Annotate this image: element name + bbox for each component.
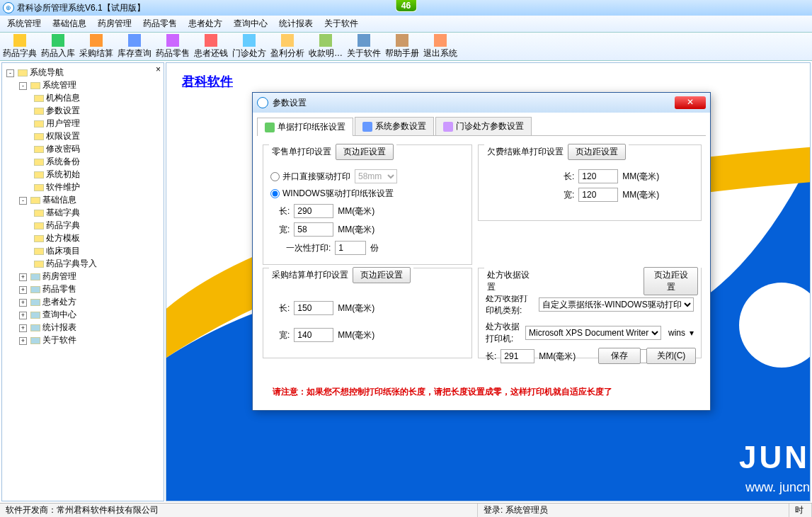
collapse-icon[interactable]: - (19, 197, 27, 205)
tab-system-settings[interactable]: 系统参数设置 (355, 117, 434, 135)
toolbar-btn[interactable]: 盈利分析 (269, 34, 306, 59)
expand-icon[interactable]: + (19, 299, 27, 307)
collapse-icon[interactable]: - (19, 82, 27, 90)
sidebar-close-icon[interactable]: × (156, 64, 161, 74)
toolbar-btn[interactable]: 药品零售 (154, 34, 191, 59)
length-input[interactable] (294, 301, 333, 315)
tab-paper-settings[interactable]: 单据打印纸张设置 (257, 118, 353, 136)
book-icon (13, 34, 26, 47)
width-input[interactable] (578, 188, 618, 202)
tree-leaf[interactable]: 系统备份 (46, 157, 80, 166)
toolbar: 药品字典 药品入库 采购结算 库存查询 药品零售 患者还钱 门诊处方 盈利分析 … (0, 33, 812, 61)
rx-receipt-group: 处方收据设置页边距设置 处方收据打印机类别:自定义票据纸张-WINDOWS驱动打… (478, 268, 702, 358)
tree-node[interactable]: 统计报表 (42, 322, 76, 332)
length-input[interactable] (578, 169, 618, 183)
tree-node[interactable]: 基础信息 (42, 195, 76, 205)
menu-item[interactable]: 药房管理 (93, 16, 136, 31)
toolbar-btn[interactable]: 关于软件 (345, 34, 382, 59)
sidebar: × -系统导航 -系统管理 机构信息 参数设置 用户管理 权限设置 修改密码 系… (1, 62, 164, 501)
expand-icon[interactable]: + (19, 337, 27, 345)
dialog-close-button[interactable]: ✕ (675, 96, 706, 109)
tree-leaf[interactable]: 参数设置 (46, 106, 80, 115)
menu-item[interactable]: 查询中心 (229, 16, 272, 31)
folder-icon (30, 337, 40, 344)
toolbar-btn[interactable]: 门诊处方 (231, 34, 268, 59)
chevron-down-icon[interactable]: ▾ (690, 328, 694, 338)
info-icon (358, 34, 370, 47)
toolbar-btn[interactable]: 采购结算 (78, 34, 115, 59)
toolbar-btn[interactable]: 退出系统 (422, 34, 459, 59)
folder-icon (34, 248, 44, 255)
tab-icon (362, 122, 372, 132)
tree-leaf[interactable]: 药品字典导入 (46, 258, 97, 268)
purchase-print-group: 采购结算单打印设置页边距设置 长:MM(毫米) 宽:MM(毫米) (263, 268, 472, 358)
margin-button[interactable]: 页边距设置 (353, 267, 411, 283)
tree-node[interactable]: 查询中心 (42, 309, 76, 319)
margin-button[interactable]: 页边距设置 (644, 267, 698, 295)
expand-icon[interactable]: + (19, 324, 27, 332)
folder-icon (30, 286, 40, 293)
toolbar-btn[interactable]: 药品字典 (1, 34, 38, 59)
folder-icon (34, 95, 44, 102)
margin-button[interactable]: 页边距设置 (336, 144, 394, 160)
tab-rx-settings[interactable]: 门诊处方参数设置 (435, 117, 532, 135)
folder-icon (34, 184, 44, 191)
margin-button[interactable]: 页边距设置 (568, 144, 626, 160)
tree-leaf[interactable]: 系统初始 (46, 169, 80, 179)
length-input[interactable] (501, 349, 534, 363)
toolbar-btn[interactable]: 库存查询 (116, 34, 153, 59)
help-icon (396, 34, 408, 47)
tree-node[interactable]: 药品零售 (42, 284, 76, 294)
status-login: 登录: 系统管理员 (484, 504, 548, 516)
expand-icon[interactable]: + (19, 286, 27, 294)
toolbar-btn[interactable]: 帮助手册 (384, 34, 421, 59)
copies-input[interactable] (335, 241, 366, 255)
folder-icon (30, 273, 40, 280)
menu-item[interactable]: 患者处方 (184, 16, 227, 31)
group-title: 处方收据设置 (487, 269, 533, 293)
tree-leaf[interactable]: 权限设置 (46, 131, 80, 141)
tree-leaf[interactable]: 软件维护 (46, 182, 80, 192)
width-input[interactable] (294, 328, 333, 342)
tree-node[interactable]: 关于软件 (42, 335, 76, 345)
toolbar-btn[interactable]: 患者还钱 (193, 34, 229, 59)
paper-width-select: 58mm (355, 169, 397, 183)
menu-item[interactable]: 关于软件 (320, 16, 362, 31)
save-button[interactable]: 保存 (598, 348, 641, 364)
settings-dialog: 参数设置 ✕ 单据打印纸张设置 系统参数设置 门诊处方参数设置 零售单打印设置页… (252, 92, 711, 411)
exit-icon (434, 34, 447, 47)
tree-leaf[interactable]: 修改密码 (46, 144, 80, 154)
brand-link[interactable]: 君科软件 (182, 73, 233, 90)
menu-item[interactable]: 基础信息 (48, 16, 91, 31)
tree-leaf[interactable]: 临床项目 (46, 246, 80, 256)
tree-node[interactable]: 药房管理 (42, 271, 76, 281)
width-input[interactable] (294, 222, 333, 237)
toolbar-btn[interactable]: 收款明… (307, 34, 344, 59)
folder-icon (34, 210, 44, 217)
expand-icon[interactable]: + (19, 273, 27, 281)
menu-item[interactable]: 统计报表 (275, 16, 317, 31)
status-developer: 软件开发商：常州君科软件科技有限公司 (6, 504, 159, 516)
status-time: 时 (795, 504, 804, 516)
tree-leaf[interactable]: 处方模板 (46, 233, 80, 243)
tree-leaf[interactable]: 药品字典 (46, 220, 80, 230)
toolbar-btn[interactable]: 药品入库 (40, 34, 76, 59)
tree-leaf[interactable]: 机构信息 (46, 93, 80, 103)
printer-select[interactable]: Microsoft XPS Document Writer (525, 326, 661, 340)
close-button[interactable]: 关闭(C) (646, 348, 696, 364)
radio-windows[interactable]: WINDOWS驱动打印纸张设置 (270, 188, 394, 200)
length-input[interactable] (294, 204, 333, 218)
menu-item[interactable]: 药品零售 (139, 16, 181, 31)
tree-leaf[interactable]: 用户管理 (46, 118, 80, 128)
tree-leaf[interactable]: 基础字典 (46, 208, 80, 217)
expand-icon[interactable]: + (19, 312, 27, 319)
menu-item[interactable]: 系统管理 (3, 16, 45, 31)
collapse-icon[interactable]: - (6, 69, 14, 77)
folder-icon (34, 159, 44, 166)
printer-type-select[interactable]: 自定义票据纸张-WINDOWS驱动打印 (539, 297, 694, 312)
radio-parallel[interactable]: 并口直接驱动打印 (270, 171, 350, 183)
tree-root[interactable]: 系统导航 (30, 67, 64, 77)
tree-node[interactable]: 系统管理 (42, 80, 76, 90)
tree-node[interactable]: 患者处方 (42, 297, 76, 307)
dialog-titlebar[interactable]: 参数设置 ✕ (253, 93, 710, 113)
